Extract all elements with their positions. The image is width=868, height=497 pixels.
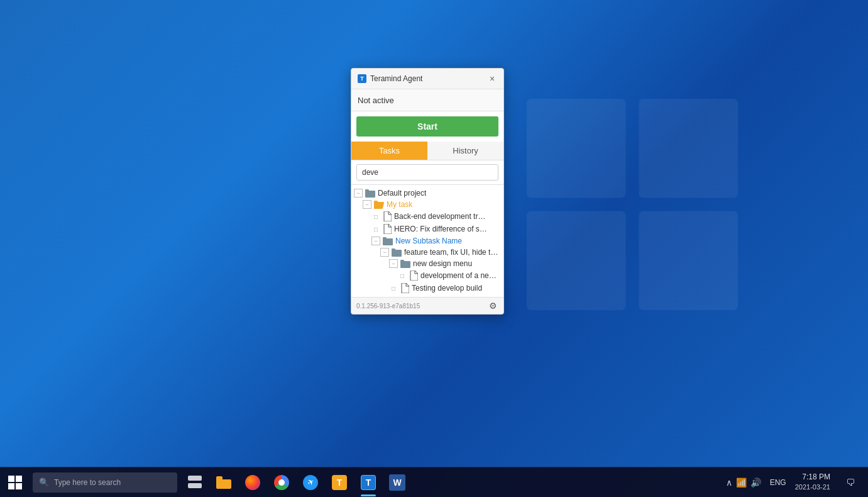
taskbar-app-teramind[interactable]: T — [354, 467, 382, 498]
windows-icon — [8, 476, 22, 489]
taskbar-app-filemanager[interactable] — [210, 467, 238, 498]
item-label: feature team, fix UI, hide team men... — [404, 248, 498, 257]
svg-rect-1 — [639, 99, 739, 198]
list-item[interactable]: − My task — [360, 199, 503, 210]
list-item[interactable]: □ Testing develop build — [387, 282, 503, 294]
tab-tasks[interactable]: Tasks — [351, 142, 427, 160]
taskbar-clock[interactable]: 7:18 PM 2021-03-21 — [791, 472, 834, 492]
taskbar-search[interactable]: 🔍 — [33, 472, 177, 493]
search-icon: 🔍 — [39, 477, 49, 487]
item-label: development of a new api — [420, 271, 501, 280]
popup-title-text: Teramind Agent — [370, 74, 422, 83]
close-button[interactable]: × — [486, 72, 498, 85]
toggle-checkbox[interactable]: □ — [398, 271, 407, 280]
toggle-new-subtask[interactable]: − — [371, 237, 380, 245]
toggle-feature-team[interactable]: − — [380, 248, 389, 257]
chrome-icon — [274, 475, 289, 490]
status-text: Not active — [358, 96, 394, 105]
taskbar-app-ball[interactable] — [239, 467, 266, 498]
doc-icon — [383, 211, 392, 221]
taskbar-app-taskview[interactable] — [181, 467, 209, 498]
list-item[interactable]: − new design menu — [387, 258, 503, 269]
popup-title-left: T Teramind Agent — [358, 74, 422, 83]
start-menu-button[interactable] — [0, 467, 30, 498]
taskbar: 🔍 — [0, 467, 868, 497]
tabs-row: Tasks History — [351, 142, 503, 160]
list-item[interactable]: □ development of a new api — [395, 269, 503, 282]
telegram-icon — [303, 475, 318, 490]
taskbar-app-icons: T T W — [181, 467, 411, 498]
notification-icon: 🗨 — [846, 477, 855, 488]
popup-titlebar: T Teramind Agent × — [351, 69, 503, 89]
list-item[interactable]: − Default project — [351, 187, 503, 199]
svg-rect-2 — [527, 211, 626, 311]
clock-date: 2021-03-21 — [795, 483, 830, 492]
folder-icon — [383, 237, 393, 245]
clock-time: 7:18 PM — [795, 472, 830, 483]
item-label: Back-end development training — [394, 212, 488, 221]
start-button[interactable]: Start — [356, 116, 498, 137]
word-icon: W — [389, 474, 405, 491]
toggle-checkbox[interactable]: □ — [389, 284, 398, 293]
svg-rect-3 — [639, 211, 739, 311]
volume-icon[interactable]: 🔊 — [750, 477, 761, 488]
popup-footer: 0.1.256-913-e7a81b15 ⚙ — [351, 297, 503, 314]
desktop: T Teramind Agent × Not active Start Task… — [0, 0, 868, 497]
version-text: 0.1.256-913-e7a81b15 — [356, 303, 420, 310]
list-item[interactable]: □ Back-end development training — [369, 210, 503, 223]
item-label: Default project — [378, 189, 426, 198]
toggle-checkbox[interactable]: □ — [371, 212, 380, 221]
sys-tray-icons: ∧ 📶 🔊 — [722, 477, 765, 488]
svg-rect-0 — [527, 99, 626, 198]
folder-icon — [365, 189, 375, 198]
taskbar-app-telegram[interactable] — [297, 467, 324, 498]
item-label: new design menu — [413, 259, 472, 268]
system-tray: ∧ 📶 🔊 ENG 7:18 PM 2021-03-21 🗨 — [722, 467, 868, 498]
toggle-my-task[interactable]: − — [363, 200, 371, 209]
doc-icon — [383, 224, 392, 234]
teramind-taskbar-icon: T — [361, 475, 376, 490]
item-label: My task — [387, 200, 412, 209]
toggle-default-project[interactable]: − — [354, 189, 363, 198]
taskbar-app-chrome[interactable] — [268, 467, 295, 498]
search-input[interactable] — [356, 164, 498, 181]
folder-icon-open — [374, 200, 384, 209]
task-view-icon — [188, 476, 202, 489]
locale-label: ENG — [770, 478, 786, 487]
notification-button[interactable]: 🗨 — [839, 467, 862, 498]
folder-icon — [400, 259, 410, 268]
list-item[interactable]: □ HERO: Fix difference of stage an devel… — [369, 223, 503, 235]
desktop-watermark — [522, 94, 742, 315]
tray-caret-icon[interactable]: ∧ — [726, 477, 732, 488]
toggle-new-design-menu[interactable]: − — [389, 259, 398, 268]
task-tree: − Default project − My task — [351, 185, 503, 297]
list-item[interactable]: − feature team, fix UI, hide team men... — [378, 247, 503, 258]
taskbar-app-word[interactable]: W — [383, 467, 411, 498]
wifi-icon[interactable]: 📶 — [736, 477, 747, 488]
toggle-checkbox[interactable]: □ — [371, 225, 380, 233]
status-bar: Not active — [351, 89, 503, 111]
teramind-agent-window: T Teramind Agent × Not active Start Task… — [351, 68, 504, 315]
ball-icon — [245, 475, 260, 490]
list-item[interactable]: − New Subtask Name — [369, 235, 503, 247]
t-orange-icon: T — [332, 475, 347, 490]
taskbar-search-input[interactable] — [54, 478, 171, 487]
taskbar-app-t-orange[interactable]: T — [326, 467, 353, 498]
doc-icon — [409, 271, 418, 281]
settings-gear-button[interactable]: ⚙ — [487, 300, 498, 311]
doc-icon — [400, 283, 409, 293]
item-label: New Subtask Name — [395, 237, 462, 245]
item-label: Testing develop build — [412, 284, 482, 293]
file-manager-icon — [216, 476, 231, 489]
tab-history[interactable]: History — [427, 142, 503, 160]
search-row — [351, 160, 503, 185]
item-label: HERO: Fix difference of stage an develo.… — [394, 225, 488, 233]
folder-icon — [392, 248, 402, 257]
teramind-title-icon: T — [358, 74, 366, 83]
